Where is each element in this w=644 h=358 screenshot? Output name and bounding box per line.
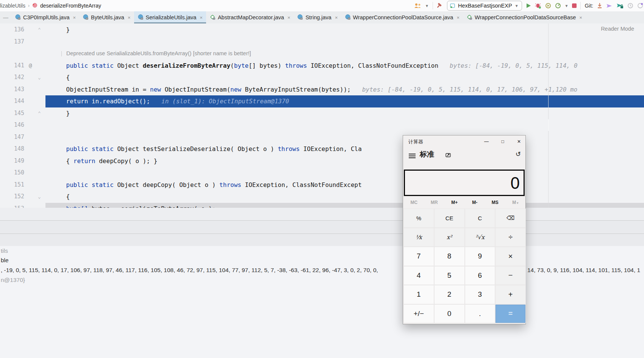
calc-key-÷[interactable]: ÷ [496, 228, 525, 247]
calc-key-0[interactable]: 0 [435, 305, 464, 323]
gutter[interactable]: 141@ [0, 60, 45, 72]
calc-key-×[interactable]: × [496, 247, 525, 266]
editor-line[interactable]: 150 [0, 167, 644, 179]
tab-SerializableUtils.java[interactable]: SerializableUtils.java× [134, 11, 206, 23]
users-icon[interactable] [414, 3, 421, 8]
fold-toggle-icon[interactable]: ⌄ [38, 72, 41, 84]
build-hammer-icon[interactable] [437, 3, 443, 9]
gutter[interactable]: 146 [0, 119, 45, 131]
profiler-dropdown-icon[interactable]: ▼ [565, 4, 569, 8]
gutter[interactable]: 136⌃ [0, 24, 45, 36]
users-dropdown-icon[interactable]: ▼ [425, 4, 429, 8]
calc-key-+[interactable]: + [496, 285, 525, 304]
editor-line[interactable]: 149 { return deepCopy( o ); } [0, 155, 644, 167]
editor-line[interactable]: 152⌄ { [0, 191, 644, 203]
tab-C3P0ImplUtils.java[interactable]: C3P0ImplUtils.java× [11, 11, 79, 23]
editor-line[interactable]: 147 [0, 131, 644, 143]
tab-close-icon[interactable]: × [335, 15, 338, 20]
editor-line[interactable]: 151 public static Object deepCopy( Objec… [0, 179, 644, 191]
tab-AbstractMapDecorator.java[interactable]: AbstractMapDecorator.java× [206, 11, 294, 23]
hide-tabs-button[interactable]: — [0, 11, 11, 23]
calc-key-9[interactable]: 9 [465, 247, 495, 266]
editor-line[interactable]: 137 [0, 36, 644, 48]
calc-key-x²[interactable]: x² [435, 228, 464, 247]
calc-key-2[interactable]: 2 [435, 285, 464, 304]
git-push-protected-icon[interactable] [616, 3, 624, 9]
calc-key-⌫[interactable]: ⌫ [496, 209, 525, 227]
calc-key-7[interactable]: 7 [404, 247, 434, 266]
gutter[interactable]: 152⌄ [0, 191, 45, 203]
run-coverage-button[interactable] [545, 3, 551, 9]
tab-close-icon[interactable]: × [128, 15, 131, 20]
memory-button-M+[interactable]: M+ [444, 198, 465, 207]
gutter[interactable]: 147 [0, 131, 45, 143]
calc-key-8[interactable]: 8 [435, 247, 464, 266]
editor-line[interactable]: 143 ObjectInputStream in = new ObjectInp… [0, 84, 644, 96]
gutter[interactable]: 143 [0, 84, 45, 96]
keep-on-top-icon[interactable] [445, 152, 451, 159]
git-update-icon[interactable] [597, 3, 602, 9]
calculator-titlebar[interactable]: 计算器 — □ ✕ [403, 135, 525, 148]
rollback-icon[interactable] [637, 3, 643, 9]
editor-line[interactable]: Deprecated use SerialializableUtils.from… [0, 48, 644, 60]
editor-line[interactable]: 145⌃ } [0, 107, 644, 120]
calc-key-CE[interactable]: CE [435, 209, 464, 227]
editor-line[interactable]: 153 byte[] bytes = serializeToByteArray(… [0, 203, 644, 208]
editor-line[interactable]: 146 [0, 119, 644, 131]
git-push-icon[interactable] [606, 3, 613, 8]
calc-key-4[interactable]: 4 [404, 266, 434, 285]
calc-key-²√x[interactable]: ²√x [465, 228, 495, 247]
memory-button-MS[interactable]: MS [485, 198, 505, 207]
calc-key-6[interactable]: 6 [465, 266, 495, 285]
history-icon[interactable]: ↺ [516, 150, 521, 158]
execution-line[interactable]: 144 return in.readObject();in (slot_1): … [0, 95, 644, 107]
fold-toggle-icon[interactable]: ⌃ [38, 107, 41, 120]
stop-button[interactable] [572, 3, 577, 8]
calc-key-−[interactable]: − [496, 266, 525, 285]
fold-toggle-icon[interactable]: ⌄ [38, 191, 41, 203]
breadcrumb-method[interactable]: deserializeFromByteArray [40, 3, 101, 9]
fold-toggle-icon[interactable]: ⌃ [38, 24, 41, 36]
tab-ByteUtils.java[interactable]: ByteUtils.java× [79, 11, 134, 23]
calculator-window[interactable]: 计算器 — □ ✕ 标准 ↺ 0 MCMRM+M-MSM ▾ %CEC⌫⅟xx²… [403, 135, 526, 324]
reader-mode-toggle[interactable]: Reader Mode [601, 26, 634, 32]
calc-key-.[interactable]: . [465, 305, 495, 323]
run-configuration-select[interactable]: HexBaseFastjsonEXP ▼ [447, 1, 522, 11]
minimize-button[interactable]: — [484, 139, 489, 144]
gutter[interactable]: 148 [0, 143, 45, 155]
gutter[interactable]: 137 [0, 36, 45, 48]
debug-button[interactable] [535, 3, 541, 9]
editor-line[interactable]: 136⌃ } [0, 24, 644, 36]
maximize-button[interactable]: □ [500, 139, 505, 144]
editor-line[interactable]: 142⌄ { [0, 72, 644, 84]
code-editor[interactable]: 136⌃ }137Deprecated use SerialializableU… [0, 23, 644, 208]
local-history-icon[interactable] [627, 3, 633, 9]
run-button[interactable] [526, 3, 531, 8]
gutter[interactable]: 153 [0, 203, 45, 208]
tab-close-icon[interactable]: × [288, 15, 291, 20]
close-button[interactable]: ✕ [516, 139, 522, 144]
calc-key-%[interactable]: % [404, 209, 434, 227]
memory-button-M-[interactable]: M- [465, 198, 485, 207]
editor-line[interactable]: 141@ public static Object deserializeFro… [0, 60, 644, 72]
tab-WrapperConnectionPoolDataSourceBase[interactable]: WrapperConnectionPoolDataSourceBase× [463, 11, 586, 23]
editor-line[interactable]: 148 public static Object testSerializeDe… [0, 143, 644, 155]
breadcrumb-class[interactable]: lizableUtils [0, 3, 25, 9]
tab-close-icon[interactable]: × [200, 15, 203, 20]
gutter[interactable] [0, 48, 45, 60]
calc-key-C[interactable]: C [465, 209, 495, 227]
calc-key-5[interactable]: 5 [435, 266, 464, 285]
tab-WrapperConnectionPoolDataSource.java[interactable]: WrapperConnectionPoolDataSource.java× [341, 11, 463, 23]
gutter[interactable]: 142⌄ [0, 72, 45, 84]
gutter[interactable]: 145⌃ [0, 107, 45, 120]
gutter[interactable]: 149 [0, 155, 45, 167]
calc-key-1[interactable]: 1 [404, 285, 434, 304]
tab-close-icon[interactable]: × [579, 15, 582, 20]
calc-key-+/−[interactable]: +/− [404, 305, 434, 323]
calc-key-3[interactable]: 3 [465, 285, 495, 304]
profiler-button[interactable] [555, 3, 561, 9]
tab-close-icon[interactable]: × [73, 15, 76, 20]
tab-close-icon[interactable]: × [456, 15, 460, 20]
gutter[interactable]: 144 [0, 95, 45, 107]
calc-key-⅟x[interactable]: ⅟x [404, 228, 434, 247]
